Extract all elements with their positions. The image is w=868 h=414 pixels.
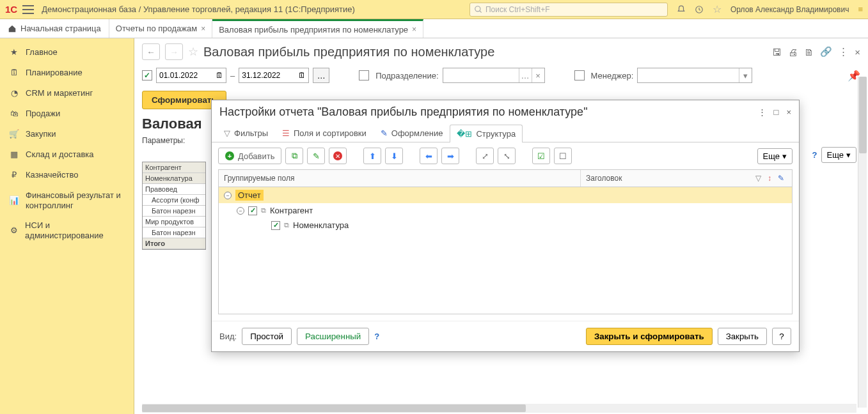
grid-row[interactable]: Батон нарезн <box>143 206 205 217</box>
save-icon[interactable]: 🖫 <box>772 47 782 57</box>
horizontal-scrollbar[interactable] <box>142 404 856 413</box>
tree-row-nomenclature[interactable]: ⧉ Номенклатура <box>219 218 792 233</box>
col-header[interactable]: Заголовок ▽ ↕ ✎ <box>581 170 792 187</box>
date-picker-button[interactable]: … <box>313 68 329 83</box>
forward-button[interactable]: → <box>165 43 183 60</box>
global-search-input[interactable]: Поиск Ctrl+Shift+F <box>470 3 668 17</box>
close-icon[interactable]: × <box>786 107 791 117</box>
maximize-icon[interactable]: □ <box>774 107 779 117</box>
dropdown-icon[interactable]: ▾ <box>739 68 752 82</box>
date-checkbox[interactable] <box>142 70 152 80</box>
move-down-button[interactable]: ⬇ <box>385 148 403 164</box>
home-tab-label: Начальная страница <box>20 24 101 33</box>
vertical-scrollbar[interactable] <box>858 77 867 408</box>
toolbar-more-button[interactable]: Еще ▾ <box>757 148 793 164</box>
collapse-icon[interactable]: − <box>224 192 232 199</box>
move-up-button[interactable]: ⬆ <box>363 148 381 164</box>
grid-row[interactable]: Правовед <box>143 184 205 195</box>
tab-gross-profit[interactable]: Валовая прибыль предприятия по номенклат… <box>212 19 423 38</box>
sort-icon[interactable]: ↕ <box>768 174 771 183</box>
menu-lines-icon[interactable]: ≡ <box>858 4 863 14</box>
row-checkbox[interactable] <box>271 221 280 230</box>
hamburger-icon[interactable] <box>22 5 34 14</box>
home-tab[interactable]: Начальная страница <box>0 19 109 38</box>
sidebar-item-sales[interactable]: 🛍Продажи <box>0 103 134 124</box>
collapse-button[interactable]: ⤡ <box>498 148 516 164</box>
ellipsis-icon[interactable]: … <box>519 68 532 82</box>
col-grouped-fields[interactable]: Группируемые поля <box>219 170 581 187</box>
calendar-icon[interactable]: 🗓 <box>216 71 223 80</box>
move-left-button[interactable]: ⬅ <box>420 148 438 164</box>
subdivision-label: Подразделение: <box>375 71 438 80</box>
clear-icon[interactable]: × <box>532 68 544 82</box>
uncheck-all-button[interactable]: ☐ <box>554 148 572 164</box>
history-icon[interactable] <box>695 5 704 14</box>
dtab-design[interactable]: ✎Оформление <box>374 124 450 142</box>
help-icon[interactable]: ? <box>374 332 379 341</box>
row-checkbox[interactable] <box>248 206 257 215</box>
username-label[interactable]: Орлов Александр Владимирович <box>730 5 849 14</box>
sidebar-item-crm[interactable]: ◔CRM и маркетинг <box>0 83 134 103</box>
tab-label: Отчеты по продажам <box>116 24 197 33</box>
view-advanced-button[interactable]: Расширенный <box>297 328 369 345</box>
sidebar-item-main[interactable]: ★Главное <box>0 42 134 63</box>
print-icon[interactable]: 🖨 <box>788 47 798 57</box>
back-button[interactable]: ← <box>142 43 160 60</box>
kebab-icon[interactable]: ⋮ <box>839 46 848 57</box>
preview-icon[interactable]: 🗎 <box>804 47 814 57</box>
bell-icon[interactable] <box>677 5 686 14</box>
expand-button[interactable]: ⤢ <box>476 148 494 164</box>
grid-row[interactable]: Ассорти (конф <box>143 195 205 206</box>
sidebar-item-warehouse[interactable]: ▦Склад и доставка <box>0 144 134 165</box>
sidebar-item-finresult[interactable]: 📊Финансовый результат и контроллинг <box>0 185 134 215</box>
manager-field[interactable]: ▾ <box>637 68 752 83</box>
subdivision-field[interactable]: …× <box>443 68 545 83</box>
star-icon[interactable]: ☆ <box>713 3 722 15</box>
close-page-icon[interactable]: × <box>855 47 860 57</box>
tree-row-contractor[interactable]: − ⧉ Контрагент <box>219 203 792 218</box>
move-right-button[interactable]: ➡ <box>441 148 459 164</box>
dtab-structure[interactable]: �⊞Структура <box>450 125 523 142</box>
chart-icon: 📊 <box>9 195 19 206</box>
funnel-icon[interactable]: ▽ <box>755 174 761 183</box>
collapse-icon[interactable]: − <box>237 207 244 215</box>
grid-row[interactable]: Мир продуктов <box>143 217 205 227</box>
scroll-thumb[interactable] <box>142 404 526 412</box>
kebab-icon[interactable]: ⋮ <box>758 107 766 117</box>
tab-sales-reports[interactable]: Отчеты по продажам × <box>109 19 212 38</box>
link-icon[interactable]: 🔗 <box>820 46 832 57</box>
date-to-value: 31.12.2022 <box>242 71 280 80</box>
scroll-thumb[interactable] <box>859 77 867 153</box>
grid-row[interactable]: Батон нарезн <box>143 227 205 238</box>
dialog-title: Настройки отчета "Валовая прибыль предпр… <box>219 105 588 119</box>
dtab-filters[interactable]: ▽Фильтры <box>217 124 275 142</box>
add-button[interactable]: +Добавить <box>218 148 281 164</box>
view-simple-button[interactable]: Простой <box>242 328 292 345</box>
group-button[interactable]: ⧉ <box>285 148 303 164</box>
sidebar-item-nsi[interactable]: ⚙НСИ и администрирование <box>0 215 134 245</box>
tab-label: Валовая прибыль предприятия по номенклат… <box>219 25 408 34</box>
close-button[interactable]: Закрыть <box>718 328 767 345</box>
help-button[interactable]: ? <box>772 328 791 345</box>
report-settings-dialog: Настройки отчета "Валовая прибыль предпр… <box>211 100 800 352</box>
structure-grid-body: − Отчет − ⧉ Контрагент ⧉ Номенклатура <box>218 187 793 314</box>
calendar-icon[interactable]: 🗓 <box>298 71 306 80</box>
close-icon[interactable]: × <box>412 25 416 34</box>
edit-button[interactable]: ✎ <box>307 148 325 164</box>
tree-row-report[interactable]: − Отчет <box>219 187 792 203</box>
dtab-fields[interactable]: ☰Поля и сортировки <box>275 124 374 142</box>
subdivision-checkbox[interactable] <box>359 70 369 80</box>
close-icon[interactable]: × <box>201 24 205 33</box>
check-all-button[interactable]: ☑ <box>532 148 550 164</box>
brush-icon[interactable]: ✎ <box>778 174 784 183</box>
favorite-star-icon[interactable]: ☆ <box>188 45 198 59</box>
date-from-input[interactable]: 01.01.2022🗓 <box>156 68 226 83</box>
sidebar-item-planning[interactable]: 🗓Планирование <box>0 63 134 83</box>
sidebar-item-purchases[interactable]: 🛒Закупки <box>0 124 134 144</box>
close-and-form-button[interactable]: Закрыть и сформировать <box>586 328 713 345</box>
delete-button[interactable]: ✕ <box>329 148 347 164</box>
manager-checkbox[interactable] <box>574 70 585 80</box>
sidebar-item-treasury[interactable]: ₽Казначейство <box>0 165 134 185</box>
cart-icon: 🛒 <box>9 129 19 139</box>
date-to-input[interactable]: 31.12.2022🗓 <box>239 68 309 83</box>
